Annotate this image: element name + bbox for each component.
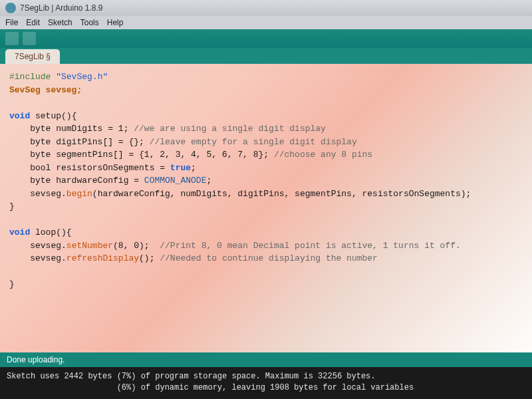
- code-comment: //Needed to continue displaying the numb…: [160, 253, 378, 263]
- menu-bar: File Edit Sketch Tools Help: [0, 16, 532, 29]
- code-args: ();: [139, 253, 160, 263]
- code-line: bool resistorsOnSegments =: [9, 163, 170, 173]
- code-args: (8, 0);: [113, 241, 160, 251]
- menu-sketch[interactable]: Sketch: [48, 18, 72, 27]
- ide-window: 7SegLib | Arduino 1.8.9 File Edit Sketch…: [0, 0, 532, 399]
- code-semi: ;: [206, 176, 211, 186]
- toolbar: [0, 29, 532, 48]
- console-line: Sketch uses 2442 bytes (7%) of program s…: [7, 372, 376, 381]
- code-comment: //we are using a single digit display: [134, 124, 326, 134]
- code-line: sevseg.: [9, 189, 66, 199]
- menu-edit[interactable]: Edit: [26, 18, 40, 27]
- code-line: byte digitPins[] = {};: [9, 137, 150, 147]
- tab-sketch[interactable]: 7SegLib §: [5, 49, 60, 64]
- console-line: (6%) of dynamic memory, leaving 1908 byt…: [7, 383, 414, 392]
- app-icon: [5, 3, 16, 13]
- output-console[interactable]: Sketch uses 2442 bytes (7%) of program s…: [0, 367, 532, 399]
- code-setup-kw: void: [9, 111, 30, 121]
- code-comment: //choose any 8 pins: [274, 150, 372, 160]
- code-line: byte segmentPins[] = {1, 2, 3, 4, 5, 6, …: [9, 150, 274, 160]
- code-editor[interactable]: #include "SevSeg.h" SevSeg sevseg; void …: [0, 64, 532, 352]
- code-brace: }: [9, 279, 15, 289]
- code-include: #include: [9, 72, 56, 82]
- code-method: setNumber: [66, 241, 113, 251]
- code-line: sevseg.: [9, 253, 66, 263]
- status-text: Done uploading.: [7, 355, 65, 364]
- code-line: byte hardwareConfig =: [9, 176, 144, 186]
- title-bar: 7SegLib | Arduino 1.8.9: [0, 0, 532, 16]
- code-args: (hardwareConfig, numDigits, digitPins, s…: [92, 189, 471, 199]
- code-method: begin: [66, 189, 92, 199]
- menu-file[interactable]: File: [5, 18, 18, 27]
- verify-button[interactable]: [5, 32, 19, 45]
- code-loop-sig: loop(){: [30, 227, 71, 237]
- code-include-str: "SevSeg.h": [56, 72, 108, 82]
- code-comment: //Print 8, 0 mean Decimal point is activ…: [160, 241, 460, 251]
- code-method: refreshDisplay: [66, 253, 139, 263]
- tab-bar: 7SegLib §: [0, 48, 532, 64]
- code-loop-kw: void: [9, 227, 30, 237]
- code-line: byte numDigits = 1;: [9, 124, 134, 134]
- status-bar: Done uploading.: [0, 352, 532, 367]
- code-semi: ;: [191, 163, 196, 173]
- code-decl: SevSeg sevseg;: [9, 85, 82, 95]
- code-brace: }: [9, 201, 15, 211]
- upload-button[interactable]: [23, 32, 36, 45]
- code-line: sevseg.: [9, 241, 66, 251]
- code-true: true: [170, 163, 191, 173]
- menu-help[interactable]: Help: [107, 18, 124, 27]
- code-comment: //leave empty for a single digit display: [150, 137, 357, 147]
- code-setup-sig: setup(){: [30, 111, 76, 121]
- window-title: 7SegLib | Arduino 1.8.9: [20, 3, 103, 13]
- menu-tools[interactable]: Tools: [80, 18, 99, 27]
- code-const: COMMON_ANODE: [144, 176, 207, 186]
